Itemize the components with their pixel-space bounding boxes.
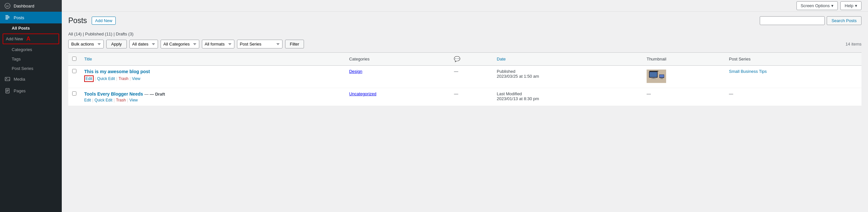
svg-rect-2 [5, 15, 8, 16]
comments-column-header: 💬 [450, 53, 493, 66]
row1-thumbnail-image [647, 69, 666, 84]
all-formats-select[interactable]: All formats [202, 40, 235, 49]
sidebar-posts-label: Posts [14, 15, 24, 20]
sidebar-item-pages[interactable]: Pages [0, 85, 62, 97]
sidebar-item-categories[interactable]: Categories [0, 45, 62, 54]
row2-actions: Edit | Quick Edit | Trash | [84, 98, 341, 102]
row1-title-cell: This is my awesome blog post Edit | [80, 66, 345, 88]
sidebar: W Dashboard Posts All Posts Add New A [0, 0, 62, 212]
table-row: This is my awesome blog post Edit | [68, 66, 862, 88]
content-area: Posts Add New Search Posts All (14) | Pu… [62, 12, 868, 111]
thumbnail-column-header: Thumbnail [643, 53, 725, 66]
search-posts-button[interactable]: Search Posts [827, 16, 862, 25]
all-tab[interactable]: All (14) [68, 32, 82, 36]
check-all-checkbox[interactable] [72, 57, 76, 61]
row2-category-cell: Uncategorized [345, 88, 450, 106]
row1-thumbnail-cell [643, 66, 725, 88]
page-header: Posts Add New [68, 16, 116, 25]
sidebar-item-tags[interactable]: Tags [0, 54, 62, 64]
row1-category-link[interactable]: Design [349, 69, 362, 74]
all-categories-select[interactable]: All Categories [161, 40, 199, 49]
svg-rect-19 [660, 75, 664, 78]
row1-quick-edit-link[interactable]: Quick Edit [97, 77, 115, 81]
row2-trash-link[interactable]: Trash [116, 98, 126, 102]
title-column-header: Title [80, 53, 345, 66]
row2-date-cell: Last Modified 2023/01/13 at 8:30 pm [493, 88, 643, 106]
sidebar-item-posts[interactable]: Posts [0, 12, 62, 23]
post-series-select[interactable]: Post Series [237, 40, 282, 49]
wp-logo-icon: W [5, 3, 10, 9]
row2-title-link[interactable]: Tools Every Blogger Needs [84, 91, 144, 97]
screen-options-button[interactable]: Screen Options ▾ [797, 1, 838, 10]
chevron-down-icon: ▾ [831, 3, 834, 8]
all-dates-select[interactable]: All dates [129, 40, 158, 49]
search-input[interactable] [760, 16, 825, 25]
sidebar-item-all-posts[interactable]: All Posts [0, 23, 62, 33]
svg-point-7 [6, 78, 7, 79]
svg-rect-10 [6, 90, 8, 91]
filter-button[interactable]: Filter [285, 40, 304, 49]
date-sort-link[interactable]: Date [497, 57, 505, 61]
row1-post-series-cell: Small Business Tips [725, 66, 862, 88]
sidebar-item-post-series[interactable]: Post Series [0, 64, 62, 73]
title-sort-link[interactable]: Title [84, 57, 92, 61]
svg-rect-4 [5, 18, 10, 18]
row1-post-series-link[interactable]: Small Business Tips [729, 69, 767, 74]
row2-post-series-cell: — [725, 88, 862, 106]
svg-rect-20 [660, 78, 663, 79]
comment-bubble-icon: 💬 [454, 56, 460, 62]
row1-checkbox[interactable] [72, 69, 76, 73]
drafts-tab[interactable]: Drafts (3) [116, 32, 133, 36]
topbar: Screen Options ▾ Help ▾ [62, 0, 868, 12]
posts-table: Title Categories 💬 Date [68, 52, 862, 106]
sidebar-pages-label: Pages [14, 88, 26, 93]
posts-submenu: All Posts Add New A Categories Tags Post… [0, 23, 62, 73]
date-column-header: Date [493, 53, 643, 66]
check-all-header [68, 53, 80, 66]
published-tab[interactable]: Published (11) [85, 32, 113, 36]
row1-checkbox-cell [68, 66, 80, 88]
svg-rect-15 [649, 71, 658, 71]
row2-edit-link[interactable]: Edit [84, 98, 91, 102]
row2-comment-cell: — [450, 88, 493, 106]
row1-edit-link[interactable]: Edit [86, 77, 92, 81]
row1-actions: Edit | Quick Edit | Trash [84, 75, 341, 82]
apply-button[interactable]: Apply [106, 40, 127, 49]
row2-checkbox[interactable] [72, 91, 76, 96]
row1-comment-cell: — [450, 66, 493, 88]
svg-rect-14 [650, 72, 657, 77]
items-count: 14 items [845, 41, 862, 47]
add-new-letter-a: A [26, 35, 31, 42]
row2-quick-edit-link[interactable]: Quick Edit [95, 98, 113, 102]
row2-draft-label: — — Draft [144, 92, 165, 97]
table-row: Tools Every Blogger Needs — — Draft Edit… [68, 88, 862, 106]
svg-rect-11 [6, 91, 8, 92]
svg-rect-17 [651, 78, 656, 79]
row1-category-cell: Design [345, 66, 450, 88]
row2-category-link[interactable]: Uncategorized [349, 91, 376, 96]
svg-rect-3 [5, 16, 10, 17]
page-title: Posts [68, 16, 87, 25]
toolbar: Bulk actions Apply All dates All Categor… [68, 40, 862, 49]
help-button[interactable]: Help ▾ [840, 1, 862, 10]
post-series-column-header: Post Series [725, 53, 862, 66]
sidebar-media-label: Media [14, 77, 25, 82]
bulk-actions-select[interactable]: Bulk actions [68, 40, 104, 49]
main-content: Screen Options ▾ Help ▾ Posts Add New [62, 0, 868, 212]
svg-rect-16 [652, 78, 655, 78]
row2-view-link[interactable]: View [129, 98, 138, 102]
row1-view-link[interactable]: View [132, 77, 141, 81]
row2-thumbnail-cell: — [643, 88, 725, 106]
pages-icon [5, 88, 10, 94]
sidebar-item-add-new[interactable]: Add New A [3, 33, 59, 44]
sidebar-item-dashboard[interactable]: W Dashboard [0, 0, 62, 12]
posts-icon [5, 14, 10, 21]
add-new-header-button[interactable]: Add New [92, 17, 116, 25]
filter-tabs: All (14) | Published (11) | Drafts (3) [68, 32, 862, 36]
svg-text:W: W [6, 5, 9, 8]
sidebar-item-media[interactable]: Media [0, 73, 62, 85]
row1-trash-link[interactable]: Trash [119, 77, 128, 81]
row1-title-link[interactable]: This is my awesome blog post [84, 69, 150, 74]
search-row: Search Posts [760, 16, 862, 25]
sidebar-dashboard-label: Dashboard [14, 4, 34, 8]
